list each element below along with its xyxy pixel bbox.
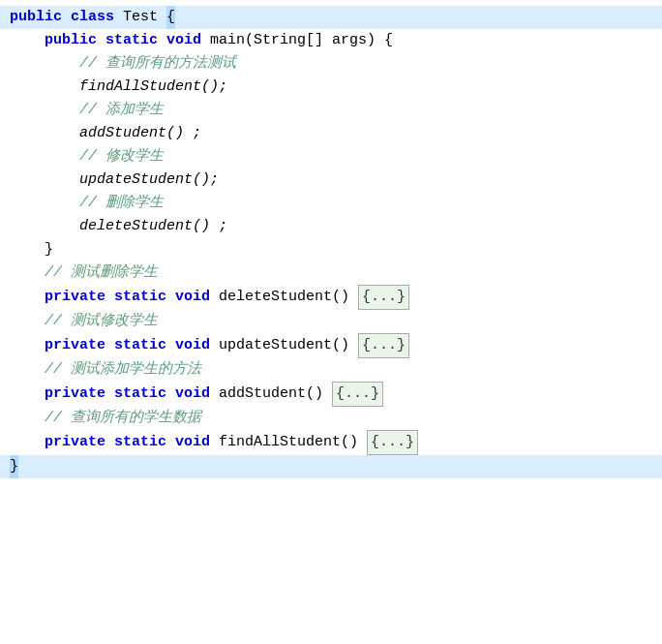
code-token-plain bbox=[10, 358, 45, 382]
code-token-plain bbox=[10, 431, 45, 454]
code-token-kw: public class bbox=[10, 6, 123, 29]
code-line: addStudent() ; bbox=[0, 122, 662, 145]
code-token-plain bbox=[10, 238, 45, 261]
code-token-comment: // 测试删除学生 bbox=[45, 261, 158, 285]
code-token-comment: // 查询所有的学生数据 bbox=[45, 407, 201, 430]
code-line: private static void addStudent() {...} bbox=[0, 382, 662, 407]
code-token-kw: private static void bbox=[45, 286, 219, 309]
code-token-plain bbox=[10, 334, 45, 357]
code-token-kw: private static void bbox=[45, 431, 219, 454]
code-token-plain bbox=[10, 29, 45, 52]
code-line: updateStudent(); bbox=[0, 169, 662, 192]
code-token-plain bbox=[10, 383, 45, 406]
code-token-plain: main(String[] args) { bbox=[210, 29, 393, 52]
code-token-plain bbox=[10, 192, 79, 215]
code-line: } bbox=[0, 238, 662, 261]
code-token-plain: findAllStudent() bbox=[219, 431, 367, 454]
code-token-collapsed-block: {...} bbox=[367, 430, 418, 455]
code-line: // 测试删除学生 bbox=[0, 261, 662, 285]
code-line: public static void main(String[] args) { bbox=[0, 29, 662, 52]
code-token-plain bbox=[10, 286, 45, 309]
code-token-comment: // 修改学生 bbox=[79, 145, 164, 169]
code-line: } bbox=[0, 455, 662, 478]
code-token-method: addStudent() ; bbox=[79, 122, 201, 145]
code-editor: public class Test { public static void m… bbox=[0, 0, 662, 644]
code-token-comment: // 测试修改学生 bbox=[45, 310, 158, 333]
code-token-kw: private static void bbox=[45, 383, 219, 406]
code-token-brace-highlight: } bbox=[10, 455, 18, 478]
code-token-plain bbox=[10, 169, 79, 192]
code-token-plain bbox=[10, 52, 79, 76]
code-line: // 查询所有的方法测试 bbox=[0, 52, 662, 76]
code-token-plain bbox=[10, 310, 45, 333]
code-token-brace: } bbox=[45, 238, 53, 261]
code-token-plain: deleteStudent() bbox=[219, 286, 358, 309]
code-token-plain bbox=[10, 215, 79, 238]
code-token-comment: // 测试添加学生的方法 bbox=[45, 358, 201, 382]
code-token-comment: // 删除学生 bbox=[79, 192, 164, 215]
code-token-classname: Test bbox=[123, 6, 166, 29]
code-token-comment: // 查询所有的方法测试 bbox=[79, 52, 236, 76]
code-line: // 修改学生 bbox=[0, 145, 662, 169]
code-line: // 删除学生 bbox=[0, 192, 662, 215]
code-token-method: updateStudent(); bbox=[79, 169, 219, 192]
code-line: private static void findAllStudent() {..… bbox=[0, 430, 662, 455]
code-token-comment: // 添加学生 bbox=[79, 99, 164, 122]
code-token-collapsed-block: {...} bbox=[358, 285, 409, 310]
code-line: // 测试添加学生的方法 bbox=[0, 358, 662, 382]
code-token-plain bbox=[10, 145, 79, 169]
code-line: findAllStudent(); bbox=[0, 76, 662, 99]
code-token-collapsed-block: {...} bbox=[332, 382, 383, 407]
code-token-plain: updateStudent() bbox=[219, 334, 358, 357]
code-token-brace-highlight: { bbox=[166, 6, 175, 29]
code-token-plain bbox=[10, 122, 79, 145]
code-token-kw: private static void bbox=[45, 334, 219, 357]
code-token-collapsed-block: {...} bbox=[358, 333, 409, 358]
code-line: // 添加学生 bbox=[0, 99, 662, 122]
code-token-plain bbox=[10, 99, 79, 122]
code-token-plain: addStudent() bbox=[219, 383, 332, 406]
code-line: private static void updateStudent() {...… bbox=[0, 333, 662, 358]
code-token-method: deleteStudent() ; bbox=[79, 215, 227, 238]
code-token-method: findAllStudent(); bbox=[79, 76, 227, 99]
code-line: deleteStudent() ; bbox=[0, 215, 662, 238]
code-token-kw: public static void bbox=[45, 29, 210, 52]
code-token-plain bbox=[10, 407, 45, 430]
code-line: public class Test { bbox=[0, 6, 662, 29]
code-token-plain bbox=[10, 261, 45, 285]
code-line: // 查询所有的学生数据 bbox=[0, 407, 662, 430]
code-line: // 测试修改学生 bbox=[0, 310, 662, 333]
code-token-plain bbox=[10, 76, 79, 99]
code-line: private static void deleteStudent() {...… bbox=[0, 285, 662, 310]
